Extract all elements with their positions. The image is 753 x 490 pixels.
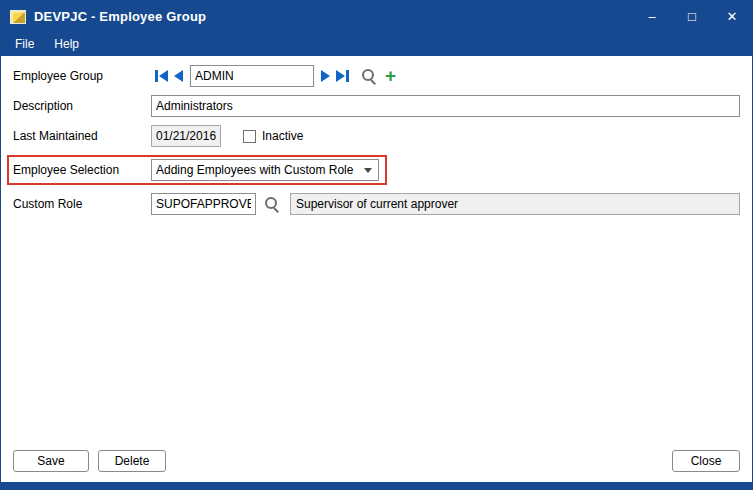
chevron-down-icon	[364, 168, 372, 173]
custom-role-detail: Supervisor of current approver	[290, 193, 740, 215]
custom-role-input[interactable]	[151, 193, 256, 215]
menu-file[interactable]: File	[5, 34, 44, 54]
custom-role-row: Custom Role Supervisor of current approv…	[13, 193, 740, 215]
last-maintained-row: Last Maintained 01/21/2016 Inactive	[13, 125, 740, 147]
employee-group-row: Employee Group +	[13, 65, 740, 87]
app-icon	[10, 10, 26, 24]
employee-group-label: Employee Group	[13, 69, 151, 83]
description-label: Description	[13, 99, 151, 113]
menu-help[interactable]: Help	[44, 34, 89, 54]
bottom-strip	[1, 482, 752, 489]
employee-group-window: DEVPJC - Employee Group – □ ✕ File Help …	[0, 0, 753, 490]
description-row: Description	[13, 95, 740, 117]
previous-record-arrow-icon	[174, 70, 183, 82]
minimize-button[interactable]: –	[632, 1, 672, 32]
menubar: File Help	[1, 32, 752, 56]
window-title: DEVPJC - Employee Group	[34, 9, 632, 24]
form-content: Employee Group + Description Last Mainta…	[1, 56, 752, 446]
titlebar: DEVPJC - Employee Group – □ ✕	[1, 1, 752, 32]
employee-group-lookup-icon[interactable]	[361, 68, 377, 84]
footer: Save Delete Close	[1, 446, 752, 482]
delete-button[interactable]: Delete	[98, 450, 166, 472]
first-record-button[interactable]	[151, 67, 171, 85]
next-record-button[interactable]	[318, 67, 333, 85]
close-window-button[interactable]: Close	[672, 450, 740, 472]
previous-record-button[interactable]	[171, 67, 186, 85]
employee-selection-dropdown[interactable]: Adding Employees with Custom Role	[151, 159, 379, 181]
last-record-button[interactable]	[333, 67, 353, 85]
first-record-arrow-icon	[159, 70, 168, 82]
inactive-checkbox[interactable]	[243, 130, 256, 143]
last-record-arrow-icon	[336, 70, 345, 82]
custom-role-label: Custom Role	[13, 197, 151, 211]
close-button[interactable]: ✕	[712, 1, 752, 32]
custom-role-lookup-icon[interactable]	[264, 196, 280, 212]
last-maintained-value: 01/21/2016	[151, 125, 221, 147]
last-record-bar-icon	[346, 70, 349, 82]
next-record-arrow-icon	[321, 70, 330, 82]
maximize-button[interactable]: □	[672, 1, 712, 32]
last-maintained-label: Last Maintained	[13, 129, 151, 143]
description-input[interactable]	[151, 95, 740, 117]
inactive-checkbox-label: Inactive	[262, 129, 303, 143]
employee-selection-highlight: Employee Selection Adding Employees with…	[7, 155, 387, 185]
employee-selection-value: Adding Employees with Custom Role	[156, 163, 353, 177]
first-record-bar-icon	[155, 70, 158, 82]
employee-selection-label: Employee Selection	[13, 163, 151, 177]
employee-group-input[interactable]	[190, 65, 314, 87]
add-record-icon[interactable]: +	[385, 68, 396, 84]
save-button[interactable]: Save	[13, 450, 89, 472]
